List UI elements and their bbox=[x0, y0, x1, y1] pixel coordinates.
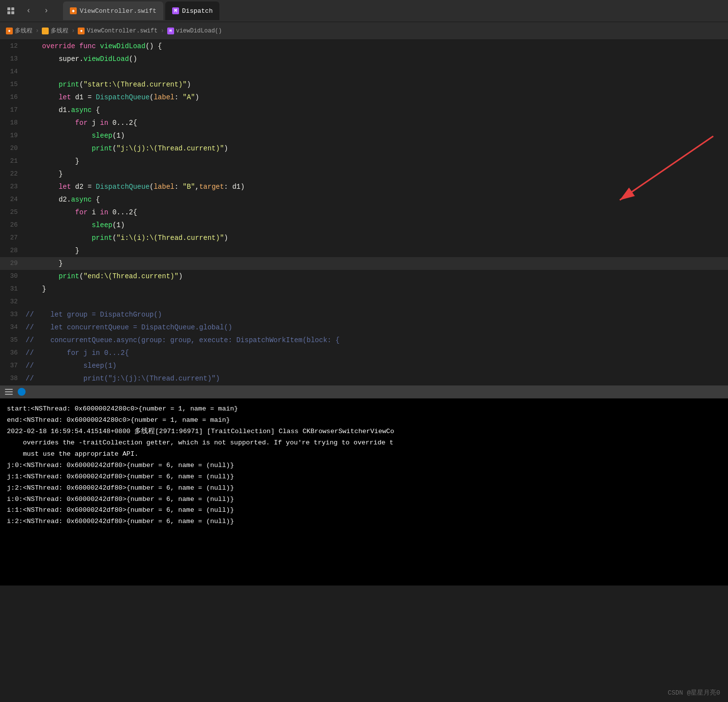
line-number-38: 38 bbox=[0, 372, 26, 385]
line-content-19: sleep(1) bbox=[26, 129, 728, 142]
line-content-22: } bbox=[26, 168, 728, 180]
code-line-25: 25 for i in 0...2{ bbox=[0, 206, 728, 219]
line-content-13: super.viewDidLoad() bbox=[26, 53, 728, 65]
code-line-31: 31 } bbox=[0, 283, 728, 295]
line-content-24: d2.async { bbox=[26, 193, 728, 206]
breadcrumb-item-4[interactable]: M viewDidLoad() bbox=[167, 28, 222, 34]
tab-bar: ‹ › ◆ ViewController.swift M Dispatch bbox=[0, 0, 728, 22]
line-number-21: 21 bbox=[0, 155, 26, 168]
code-line-13: 13 super.viewDidLoad() bbox=[0, 53, 728, 65]
breadcrumb-item-3[interactable]: ◆ ViewController.swift bbox=[78, 28, 157, 34]
line-content-38: // print("j:\(j):\(Thread.current)") bbox=[26, 372, 728, 385]
line-content-26: sleep(1) bbox=[26, 219, 728, 232]
svg-rect-8 bbox=[5, 394, 13, 395]
line-content-25: for i in 0...2{ bbox=[26, 206, 728, 219]
status-dot bbox=[18, 388, 26, 396]
code-line-14: 14 bbox=[0, 65, 728, 78]
line-number-34: 34 bbox=[0, 321, 26, 334]
line-number-16: 16 bbox=[0, 91, 26, 104]
console-line-10: i:1:<NSThread: 0x60000242df80>{number = … bbox=[7, 505, 721, 516]
line-number-15: 15 bbox=[0, 78, 26, 91]
swift-file-icon: ◆ bbox=[70, 7, 77, 14]
line-number-26: 26 bbox=[0, 219, 26, 232]
code-line-33: 33 // let group = DispatchGroup() bbox=[0, 308, 728, 321]
console-output: start:<NSThread: 0x60000024280c0>{number… bbox=[0, 399, 728, 585]
line-content-33: // let group = DispatchGroup() bbox=[26, 308, 728, 321]
line-number-25: 25 bbox=[0, 206, 26, 219]
console-toggle-button[interactable] bbox=[4, 387, 14, 397]
divider-bar bbox=[0, 385, 728, 399]
code-editor: 12 override func viewDidLoad() { 13 supe… bbox=[0, 40, 728, 385]
code-line-15: 15 print("start:\(Thread.current)") bbox=[0, 78, 728, 91]
svg-rect-2 bbox=[7, 11, 10, 14]
line-number-18: 18 bbox=[0, 117, 26, 129]
code-line-36: 36 // for j in 0...2{ bbox=[0, 347, 728, 359]
line-number-37: 37 bbox=[0, 359, 26, 372]
line-content-23: let d2 = DispatchQueue(label: "B",target… bbox=[26, 180, 728, 193]
tab-label-viewcontroller: ViewController.swift bbox=[80, 7, 156, 15]
line-number-23: 23 bbox=[0, 180, 26, 193]
breadcrumb-label-1: 多线程 bbox=[15, 27, 32, 35]
line-number-13: 13 bbox=[0, 53, 26, 65]
breadcrumb-sep-1: › bbox=[35, 28, 39, 34]
svg-rect-7 bbox=[5, 391, 13, 392]
line-content-29: } bbox=[26, 257, 728, 270]
line-number-19: 19 bbox=[0, 129, 26, 142]
breadcrumb-m-icon: M bbox=[167, 28, 174, 34]
line-number-36: 36 bbox=[0, 347, 26, 359]
line-number-22: 22 bbox=[0, 168, 26, 180]
breadcrumb-sep-3: › bbox=[160, 28, 164, 34]
breadcrumb-item-1[interactable]: ◆ 多线程 bbox=[6, 27, 32, 35]
line-content-12: override func viewDidLoad() { bbox=[26, 40, 728, 53]
code-line-19: 19 sleep(1) bbox=[0, 129, 728, 142]
line-number-31: 31 bbox=[0, 283, 26, 295]
line-content-31: } bbox=[26, 283, 728, 295]
grid-icon[interactable] bbox=[4, 4, 18, 18]
forward-button[interactable]: › bbox=[39, 4, 53, 18]
tab-viewcontroller-swift[interactable]: ◆ ViewController.swift bbox=[63, 1, 163, 20]
code-line-27: 27 print("i:\(i):\(Thread.current)") bbox=[0, 232, 728, 244]
breadcrumb-label-4: viewDidLoad() bbox=[176, 28, 222, 34]
svg-rect-0 bbox=[7, 7, 10, 10]
line-content-18: for j in 0...2{ bbox=[26, 117, 728, 129]
console-line-5: must use the appropriate API. bbox=[7, 449, 721, 460]
code-line-12: 12 override func viewDidLoad() { bbox=[0, 40, 728, 53]
line-content-21: } bbox=[26, 155, 728, 168]
svg-rect-6 bbox=[5, 389, 13, 390]
watermark: CSDN @星星月亮0 bbox=[667, 688, 720, 697]
code-line-29: 29 } bbox=[0, 257, 728, 270]
console-line-6: j:0:<NSThread: 0x60000242df80>{number = … bbox=[7, 460, 721, 471]
line-content-16: let d1 = DispatchQueue(label: "A") bbox=[26, 91, 728, 104]
svg-rect-1 bbox=[11, 7, 14, 10]
m-file-icon: M bbox=[172, 7, 179, 14]
code-line-17: 17 d1.async { bbox=[0, 104, 728, 117]
line-content-37: // sleep(1) bbox=[26, 359, 728, 372]
code-line-22: 22 } bbox=[0, 168, 728, 180]
code-line-24: 24 d2.async { bbox=[0, 193, 728, 206]
line-content-17: d1.async { bbox=[26, 104, 728, 117]
line-number-27: 27 bbox=[0, 232, 26, 244]
line-number-14: 14 bbox=[0, 65, 26, 78]
console-line-3: 2022-02-18 16:59:54.415148+0800 多线程[2971… bbox=[7, 426, 721, 438]
console-line-8: j:2:<NSThread: 0x60000242df80>{number = … bbox=[7, 483, 721, 494]
tab-dispatch[interactable]: M Dispatch bbox=[165, 1, 219, 20]
code-line-30: 30 print("end:\(Thread.current)") bbox=[0, 270, 728, 283]
line-number-33: 33 bbox=[0, 308, 26, 321]
code-line-23: 23 let d2 = DispatchQueue(label: "B",tar… bbox=[0, 180, 728, 193]
code-line-35: 35 // concurrentQueue.async(group: group… bbox=[0, 334, 728, 347]
breadcrumb-folder-icon bbox=[42, 28, 49, 34]
line-number-35: 35 bbox=[0, 334, 26, 347]
code-line-32: 32 bbox=[0, 295, 728, 308]
breadcrumb-item-2[interactable]: 多线程 bbox=[42, 27, 68, 35]
breadcrumb-label-2: 多线程 bbox=[51, 27, 68, 35]
console-line-7: j:1:<NSThread: 0x60000242df80>{number = … bbox=[7, 471, 721, 483]
line-number-28: 28 bbox=[0, 244, 26, 257]
back-button[interactable]: ‹ bbox=[22, 4, 35, 18]
code-line-18: 18 for j in 0...2{ bbox=[0, 117, 728, 129]
line-number-12: 12 bbox=[0, 40, 26, 53]
line-content-30: print("end:\(Thread.current)") bbox=[26, 270, 728, 283]
console-line-2: end:<NSThread: 0x60000024280c0>{number =… bbox=[7, 415, 721, 426]
code-line-34: 34 // let concurrentQueue = DispatchQueu… bbox=[0, 321, 728, 334]
line-content-27: print("i:\(i):\(Thread.current)") bbox=[26, 232, 728, 244]
console-line-4: overrides the -traitCollection getter, w… bbox=[7, 438, 721, 449]
